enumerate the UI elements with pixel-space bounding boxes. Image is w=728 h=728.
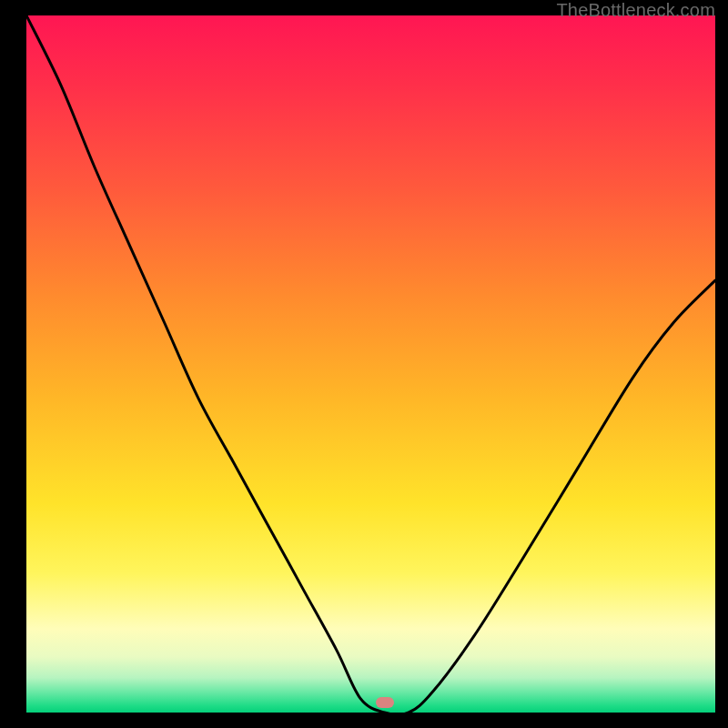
plot-area (26, 15, 715, 713)
chart-frame: TheBottleneck.com (0, 0, 728, 728)
bottleneck-curve (26, 15, 715, 713)
curve-path (26, 15, 715, 713)
minimum-marker (376, 697, 394, 708)
watermark-text: TheBottleneck.com (556, 0, 715, 21)
